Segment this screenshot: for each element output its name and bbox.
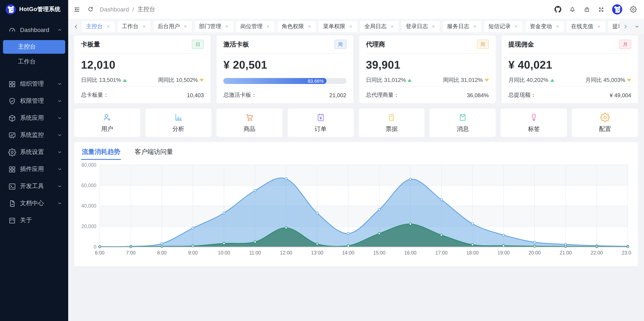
tab-部门管理[interactable]: 部门管理 <box>195 21 233 32</box>
close-icon[interactable] <box>473 24 477 28</box>
tab-label: 主控台 <box>86 22 103 30</box>
sidebar-item-系统监控[interactable]: 系统监控 <box>0 126 68 144</box>
stat-card-value: 39,901 <box>366 58 489 72</box>
close-icon[interactable] <box>555 24 560 28</box>
sidebar-subitem-工作台[interactable]: 工作台 <box>3 55 65 69</box>
tab-登录日志[interactable]: 登录日志 <box>402 21 440 32</box>
chart-tab-流量消耗趋势[interactable]: 流量消耗趋势 <box>81 144 121 160</box>
sidebar-item-关于[interactable]: 关于 <box>0 212 68 229</box>
sidebar-item-权限管理[interactable]: 权限管理 <box>0 92 68 110</box>
notification-bell-icon[interactable] <box>569 6 576 13</box>
breadcrumb-current: 主控台 <box>138 6 155 13</box>
logo-row[interactable]: HotGo管理系统 <box>0 0 68 19</box>
sidebar-item-label: 系统设置 <box>20 148 44 156</box>
close-icon[interactable] <box>349 24 353 28</box>
close-icon[interactable] <box>514 24 518 28</box>
flag-icon <box>8 216 16 224</box>
sidebar-item-label: 权限管理 <box>20 97 44 105</box>
shortcut-票据[interactable]: 票据 <box>359 109 425 137</box>
svg-text:22:00: 22:00 <box>590 250 603 256</box>
svg-text:60,000: 60,000 <box>82 183 96 188</box>
sidebar-item-组织管理[interactable]: 组织管理 <box>0 76 68 92</box>
breadcrumb: Dashboard / 主控台 <box>100 6 155 13</box>
fullscreen-icon[interactable] <box>598 6 604 12</box>
close-icon[interactable] <box>266 24 270 28</box>
sidebar-item-系统应用[interactable]: 系统应用 <box>0 110 68 126</box>
tab-在线充值[interactable]: 在线充值 <box>567 21 605 32</box>
stat-compare: 日同比 13,501% <box>81 76 127 84</box>
shortcut-标签[interactable]: 标签 <box>501 109 567 137</box>
close-icon[interactable] <box>431 24 436 28</box>
traffic-area-chart: 020,00040,00060,00080,0006:007:008:009:0… <box>81 162 631 260</box>
period-badge[interactable]: 日 <box>192 40 204 49</box>
user-avatar[interactable] <box>612 4 622 14</box>
breadcrumb-root[interactable]: Dashboard <box>100 6 129 13</box>
bar-chart-icon <box>174 112 183 122</box>
shortcut-配置[interactable]: 配置 <box>572 109 638 137</box>
svg-text:16:00: 16:00 <box>404 250 416 256</box>
close-icon[interactable] <box>390 24 394 28</box>
tab-后台用户[interactable]: 后台用户 <box>154 21 192 32</box>
tab-label: 岗位管理 <box>240 22 262 30</box>
tag-icon <box>529 112 539 122</box>
close-icon[interactable] <box>142 24 146 28</box>
tab-资金变动[interactable]: 资金变动 <box>526 21 564 32</box>
period-badge[interactable]: 周 <box>334 40 346 49</box>
tab-角色权限[interactable]: 角色权限 <box>278 21 316 32</box>
close-icon[interactable] <box>597 24 601 28</box>
shortcut-分析[interactable]: 分析 <box>145 109 212 137</box>
dashboard-icon <box>8 26 16 34</box>
shortcut-消息[interactable]: 消息 <box>430 109 496 137</box>
svg-text:7:00: 7:00 <box>126 250 136 256</box>
sidebar-item-文档中心[interactable]: 文档中心 <box>0 195 68 212</box>
sidebar-item-label: Dashboard <box>20 26 49 33</box>
tab-全局日志[interactable]: 全局日志 <box>360 21 398 32</box>
stat-card-title: 代理商 <box>366 40 385 48</box>
sidebar-item-系统设置[interactable]: 系统设置 <box>0 144 68 161</box>
monitor-icon <box>8 131 16 139</box>
tab-工作台[interactable]: 工作台 <box>118 21 150 32</box>
tab-岗位管理[interactable]: 岗位管理 <box>236 21 274 32</box>
shortcut-label: 用户 <box>101 125 113 133</box>
sidebar-item-插件应用[interactable]: 插件应用 <box>0 161 68 178</box>
tabs-scroll-left-icon[interactable] <box>73 24 79 29</box>
collapse-menu-icon[interactable] <box>73 6 80 13</box>
close-icon[interactable] <box>224 24 229 28</box>
chevron-down-icon <box>57 98 62 104</box>
close-icon[interactable] <box>307 24 312 28</box>
period-badge[interactable]: 月 <box>619 40 631 49</box>
tab-主控台[interactable]: 主控台 <box>82 21 115 32</box>
stat-compare: 月同比 40,202% <box>508 76 554 84</box>
tabs-dropdown-icon[interactable] <box>634 24 640 29</box>
sidebar-subitem-主控台[interactable]: 主控台 <box>3 40 65 54</box>
sidebar-submenu: 主控台工作台 <box>0 38 68 71</box>
refresh-icon[interactable] <box>87 6 94 12</box>
shortcut-label: 标签 <box>528 125 540 133</box>
shortcut-订单[interactable]: 订单 <box>288 109 354 137</box>
trend-down-icon <box>484 79 489 82</box>
tab-短信记录[interactable]: 短信记录 <box>484 21 522 32</box>
period-badge[interactable]: 周 <box>477 40 489 49</box>
tab-服务日志[interactable]: 服务日志 <box>443 21 481 32</box>
stat-footer-label: 总代理商量： <box>366 91 399 99</box>
chart-tab-客户端访问量[interactable]: 客户端访问量 <box>134 144 174 160</box>
stat-cards-row: 卡板量日12,010日同比 13,501%周同比 10,502%总卡板量：10,… <box>74 36 638 103</box>
trend-down-icon <box>627 79 631 82</box>
shortcut-商品[interactable]: 商品 <box>216 109 282 137</box>
sidebar-item-开发工具[interactable]: 开发工具 <box>0 178 68 195</box>
stat-card-value: 12,010 <box>81 58 204 72</box>
tab-菜单权限[interactable]: 菜单权限 <box>319 21 357 32</box>
tabs-scroll-right-icon[interactable] <box>623 24 628 29</box>
settings-gear-icon[interactable] <box>630 6 637 13</box>
close-icon[interactable] <box>106 24 110 28</box>
close-icon[interactable] <box>183 24 188 28</box>
chevron-down-icon <box>57 201 62 206</box>
sidebar-item-Dashboard[interactable]: Dashboard <box>0 21 68 38</box>
stat-card-title: 提现佣金 <box>508 40 534 48</box>
lock-screen-icon[interactable] <box>584 6 590 13</box>
tabs-viewport: 主控台工作台后台用户部门管理岗位管理角色权限菜单权限全局日志登录日志服务日志短信… <box>82 21 619 32</box>
github-icon[interactable] <box>554 6 561 13</box>
tab-提现管理[interactable]: 提现管理 <box>608 21 619 32</box>
progress-label: 83.66% <box>308 78 324 84</box>
shortcut-用户[interactable]: 用户 <box>74 109 140 137</box>
